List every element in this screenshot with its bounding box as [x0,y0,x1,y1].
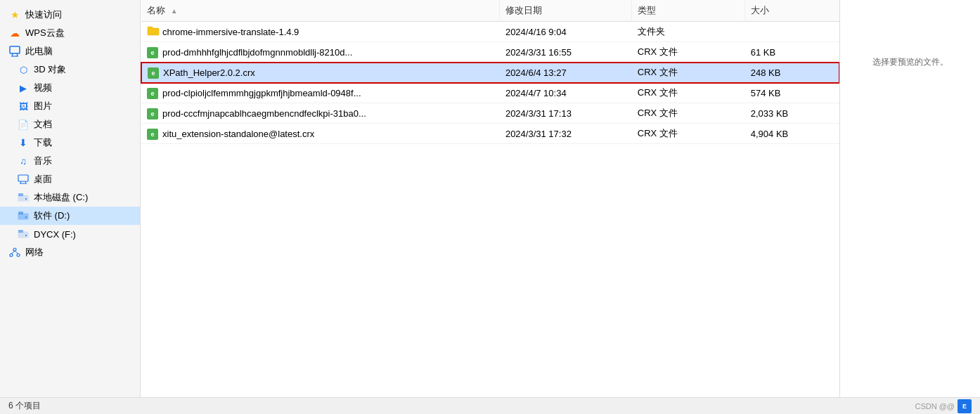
video-icon: ▶ [17,82,30,94]
file-list-area: 名称 ▲ 修改日期 类型 大小 [141,0,839,397]
sidebar-item-quick-access[interactable]: ★ 快速访问 [0,6,140,24]
crx-icon: e [147,46,158,58]
file-type: CRX 文件 [632,42,745,63]
folder-icon [147,26,158,37]
file-size: 2,033 KB [745,103,839,124]
file-name-cell: e prod-dmhhhfglhjcdflbjdofmgnnmobldllj-8… [141,42,500,63]
sidebar-item-label: 网络 [25,246,44,259]
svg-rect-12 [18,212,23,214]
status-bar: 6 个项目 CSDN @@ E [0,397,980,414]
svg-rect-14 [18,232,28,238]
sidebar: ★ 快速访问 ☁ WPS云盘 此电脑 [0,0,141,397]
svg-point-18 [10,254,13,257]
file-size: 61 KB [745,42,839,63]
sidebar-item-downloads[interactable]: ⬇ 下载 [0,134,140,152]
svg-point-10 [25,198,27,200]
table-row[interactable]: e prod-dmhhhfglhjcdflbjdofmgnnmobldllj-8… [141,42,839,63]
file-size: 574 KB [745,83,839,103]
file-name-cell: e XPath_Helper2.0.2.crx [141,63,500,83]
3d-icon: ⬡ [17,63,30,76]
sidebar-item-wps-cloud[interactable]: ☁ WPS云盘 [0,24,140,42]
file-type: CRX 文件 [632,124,745,144]
crx-icon: e [148,67,159,78]
sidebar-item-label: 视频 [34,82,52,94]
svg-line-20 [11,251,15,254]
col-header-size[interactable]: 大小 [745,0,839,22]
sidebar-item-dycx-f[interactable]: DYCX (F:) [0,225,140,243]
file-type: CRX 文件 [632,83,745,103]
sidebar-item-label: 3D 对象 [34,63,66,76]
sidebar-item-label: WPS云盘 [25,27,65,39]
status-item-count: 6 个项目 [8,400,41,412]
desktop-icon [17,173,30,186]
status-right: CSDN @@ E [915,399,972,413]
music-icon: ♫ [17,155,30,167]
file-name-cell: e xitu_extension-standalone@latest.crx [141,124,500,144]
sidebar-item-label: 快速访问 [25,8,62,21]
file-date: 2024/4/16 9:04 [500,22,632,42]
taskbar-icon[interactable]: E [958,399,972,413]
sidebar-item-network[interactable]: 网络 [0,243,140,261]
svg-line-21 [15,251,18,254]
sidebar-item-label: 软件 (D:) [34,209,70,222]
sidebar-item-label: 下载 [34,136,52,149]
table-row[interactable]: e prod-cccfmjnapcablhcaegmbencndfeclkpi-… [141,103,839,124]
picture-icon: 🖼 [17,100,30,112]
file-date: 2024/4/7 10:34 [500,83,632,103]
file-size [745,22,839,42]
file-table: 名称 ▲ 修改日期 类型 大小 [141,0,839,144]
file-date: 2024/3/31 17:32 [500,124,632,144]
star-icon: ★ [8,8,21,21]
sidebar-item-label: DYCX (F:) [34,229,76,240]
svg-point-16 [25,235,27,236]
table-row[interactable]: chrome-immersive-translate-1.4.9 2024/4/… [141,22,839,42]
file-name-cell: chrome-immersive-translate-1.4.9 [141,22,500,42]
sidebar-item-label: 本地磁盘 (C:) [34,191,88,204]
crx-icon: e [147,87,158,98]
sidebar-item-documents[interactable]: 📄 文档 [0,115,140,134]
table-row[interactable]: e xitu_extension-standalone@latest.crx 2… [141,124,839,144]
watermark-text: CSDN @@ [915,402,955,410]
col-header-date[interactable]: 修改日期 [500,0,632,22]
cloud-icon: ☁ [8,27,21,39]
sidebar-item-pictures[interactable]: 🖼 图片 [0,97,140,115]
content-area: 名称 ▲ 修改日期 类型 大小 [141,0,980,397]
pc-icon [8,45,21,58]
file-name-cell: e prod-cccfmjnapcablhcaegmbencndfeclkpi-… [141,103,500,124]
sidebar-item-this-pc[interactable]: 此电脑 [0,42,140,60]
network-icon [8,246,21,259]
svg-rect-4 [18,175,28,181]
svg-point-19 [17,254,20,257]
svg-rect-15 [18,230,23,233]
sidebar-item-label: 此电脑 [25,45,53,58]
file-date: 2024/6/4 13:27 [500,63,632,83]
svg-point-13 [25,216,27,218]
table-row[interactable]: e prod-clpioljclfemmmhgjgpkmfjhjbmeamld-… [141,83,839,103]
file-date: 2024/3/31 17:13 [500,103,632,124]
file-name-cell: e prod-clpioljclfemmmhgjgpkmfjhjbmeamld-… [141,83,500,103]
drive-c-icon [17,191,30,204]
sidebar-item-label: 桌面 [34,173,52,186]
sidebar-item-label: 音乐 [34,155,52,167]
sidebar-item-3d-objects[interactable]: ⬡ 3D 对象 [0,60,140,79]
preview-panel: 选择要预览的文件。 [839,0,980,397]
sidebar-item-software-d[interactable]: 软件 (D:) [0,207,140,225]
col-header-type[interactable]: 类型 [632,0,745,22]
sort-arrow-up: ▲ [171,7,178,15]
file-type: CRX 文件 [632,103,745,124]
sidebar-item-music[interactable]: ♫ 音乐 [0,152,140,170]
file-size: 4,904 KB [745,124,839,144]
crx-icon: e [147,108,158,119]
doc-icon: 📄 [17,118,30,131]
table-row[interactable]: e XPath_Helper2.0.2.crx 2024/6/4 13:27 C… [141,63,839,83]
sidebar-item-local-c[interactable]: 本地磁盘 (C:) [0,188,140,207]
sidebar-item-label: 文档 [34,118,52,131]
file-date: 2024/3/31 16:55 [500,42,632,63]
svg-point-17 [13,248,16,251]
sidebar-item-desktop[interactable]: 桌面 [0,170,140,188]
preview-hint: 选择要预览的文件。 [872,56,948,68]
file-type: 文件夹 [632,22,745,42]
col-header-name[interactable]: 名称 ▲ [141,0,500,22]
drive-f-icon [17,228,30,240]
sidebar-item-videos[interactable]: ▶ 视频 [0,79,140,97]
